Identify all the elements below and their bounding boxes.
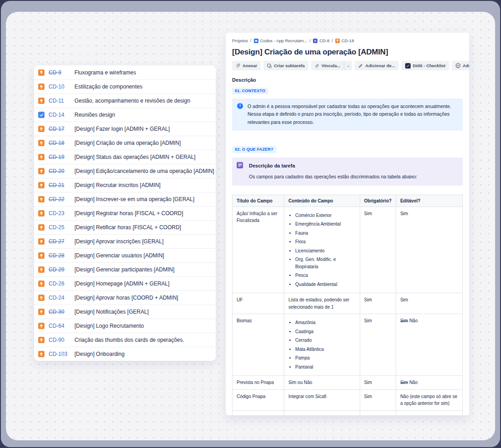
table-list-item: Caatinga (295, 328, 355, 335)
link-icon (315, 64, 319, 68)
issue-key-link[interactable]: CD-30 (49, 309, 71, 315)
issue-key-link[interactable]: CD-26 (49, 281, 71, 287)
issue-key-link[interactable]: CD-103 (49, 351, 71, 357)
issue-key-link[interactable]: CD-22 (49, 196, 71, 202)
cell-text: Não (400, 415, 408, 415)
field-content-cell: Integrar com Sicafi (284, 410, 360, 415)
issue-summary: [Design] Homepage [ADMIN + GERAL] (74, 281, 169, 287)
field-content-cell: AmazôniaCaatingaCerradoMata AtlânticaPam… (284, 314, 360, 376)
field-title-cell: Biomas (233, 314, 284, 376)
issue-key-link[interactable]: CD-11 (49, 98, 71, 104)
vincula-button[interactable]: Vincula... (311, 61, 344, 70)
task-icon (38, 98, 45, 104)
button-label: Add Tempo to plan and track time (463, 63, 469, 68)
add-tempo-to-plan-and-track-time-button[interactable]: Add Tempo to plan and track time (452, 61, 469, 70)
criar-subtarefa-button[interactable]: Criar subtarefa (263, 61, 308, 70)
issue-key-link[interactable]: CD-14 (49, 112, 71, 118)
table-list-item: Licenciamento (295, 247, 355, 255)
task-row-cd-21[interactable]: CD-21[Design] Recrutar inscritos [ADMIN] (34, 178, 216, 192)
toolbar: AnexarCriar subtarefaVincula...⌄Adiciona… (232, 61, 463, 70)
field-title-cell: UF (233, 293, 284, 314)
breadcrumb-link[interactable]: CD-18 (335, 38, 354, 43)
task-row-cd-22[interactable]: CD-22[Design] Inscrever-se em uma operaç… (34, 192, 216, 206)
task-row-cd-29[interactable]: CD-29[Design] Gerenciar participantes [A… (34, 262, 216, 276)
info-icon: i (237, 103, 243, 109)
field-editable-cell: Não (396, 410, 463, 415)
breadcrumb-label: Projetos (232, 38, 248, 43)
task-row-cd-64[interactable]: CD-64[Design] Logo Recrutamento (34, 319, 216, 333)
task-row-cd-11[interactable]: CD-11Gestão, acompanhamento e revisões d… (34, 94, 216, 108)
struck-text: Sim (400, 380, 408, 385)
task-icon (38, 154, 45, 160)
field-content-cell: Comércio ExteriorEmergência AmbientalFau… (284, 207, 360, 293)
breadcrumb-label: Codex - App Recrutam... (260, 38, 308, 43)
issue-key-link[interactable]: CD-20 (49, 168, 71, 174)
breadcrumb-link[interactable]: CD-8 (313, 38, 329, 43)
task-row-cd-18[interactable]: CD-18[Design] Criação de uma operação [A… (34, 136, 216, 150)
issue-key-link[interactable]: CD-19 (49, 154, 71, 160)
didit-icon (405, 63, 411, 69)
task-row-cd-17[interactable]: CD-17[Design] Fazer login [ADMIN + GERAL… (34, 122, 216, 136)
document-icon (237, 162, 243, 168)
task-row-cd-27[interactable]: CD-27[Design] Aprovar inscrições [GERAL] (34, 234, 216, 248)
task-row-cd-26[interactable]: CD-26[Design] Homepage [ADMIN + GERAL] (34, 276, 216, 290)
task-icon (38, 182, 45, 188)
task-row-cd-28[interactable]: CD-28[Design] Gerenciar usuários [ADMIN] (34, 248, 216, 262)
issue-key-link[interactable]: CD-17 (49, 126, 71, 132)
cell-text: Não (409, 380, 417, 385)
tempo-check-icon (456, 63, 461, 68)
issue-key-link[interactable]: CD-23 (49, 210, 71, 217)
issue-key-link[interactable]: CD-90 (49, 337, 71, 343)
task-row-cd-14[interactable]: CD-14Reuniões design (34, 108, 216, 122)
issue-key-link[interactable]: CD-10 (49, 84, 71, 90)
create-subtask-icon (267, 64, 272, 68)
task-row-cd-19[interactable]: CD-19[Design] Status das operações [ADMI… (34, 150, 216, 164)
didit-checklist-button[interactable]: Didit - Checklist (402, 61, 449, 70)
task-row-cd-90[interactable]: CD-90Criação das thumbs dos cards de ope… (34, 333, 216, 347)
task-row-cd-9[interactable]: CD-9Fluxograma e wireframes (34, 65, 216, 79)
issue-summary: Gestão, acompanhamento e revisões de des… (74, 98, 190, 104)
table-list-item: Qualidade Ambiental (295, 281, 355, 288)
button-label: Adicionar de... (365, 63, 395, 68)
field-title-cell: Código Pnapa (233, 389, 284, 410)
split-button-group: Vincula...⌄ (311, 61, 352, 70)
issue-icon (335, 39, 340, 43)
task-icon (38, 238, 45, 245)
task-row-cd-24[interactable]: CD-24[Design] Aprovar horas [COORD + ADM… (34, 290, 216, 305)
issue-key-link[interactable]: CD-25 (49, 224, 71, 231)
task-row-cd-20[interactable]: CD-20[Design] Edição/cancelamento de uma… (34, 164, 216, 178)
adicionar-de-button[interactable]: Adicionar de... (355, 61, 398, 70)
cell-text: Integrar com Sicafi (288, 415, 326, 415)
task-row-cd-103[interactable]: CD-103[Design] Onboarding (34, 347, 216, 361)
breadcrumb-link[interactable]: Codex - App Recrutam... (254, 38, 308, 43)
issue-summary: Estilização de componentes (74, 84, 142, 90)
task-row-cd-10[interactable]: CD-10Estilização de componentes (34, 79, 216, 94)
task-row-cd-23[interactable]: CD-23[Design] Registrar horas [FISCAL + … (34, 206, 216, 220)
table-row: Ação/ Infração a ser FiscalizadaComércio… (233, 207, 463, 293)
field-title-cell: Nome da Operação (233, 410, 284, 415)
context-badge: 01. CONTEXTO (232, 88, 268, 94)
issue-key-link[interactable]: CD-24 (49, 295, 71, 301)
issue-key-link[interactable]: CD-21 (49, 182, 71, 188)
table-list-item: Pantanal (295, 364, 355, 371)
task-icon (38, 224, 45, 231)
breadcrumb-link[interactable]: Projetos (232, 38, 248, 43)
issue-key-link[interactable]: CD-64 (49, 323, 71, 329)
issue-key-link[interactable]: CD-28 (49, 252, 71, 259)
field-content-cell: Sim ou Não (284, 376, 360, 390)
task-row-cd-30[interactable]: CD-30[Design] Notificações [GERAL] (34, 305, 216, 319)
task-icon (38, 351, 45, 357)
issue-key-link[interactable]: CD-9 (49, 69, 71, 76)
table-row: Nome da OperaçãoIntegrar com SicafiSimNã… (233, 410, 463, 415)
field-title-cell: Prevista no Pnapa (233, 376, 284, 390)
table-row: Prevista no PnapaSim ou NãoSimSim Não (233, 376, 463, 390)
issue-key-link[interactable]: CD-27 (49, 238, 71, 245)
chevron-down-icon[interactable]: ⌄ (344, 61, 352, 70)
issue-key-link[interactable]: CD-18 (49, 140, 71, 146)
task-panel-text: Os campos para cadastro das operações es… (249, 173, 457, 181)
anexar-button[interactable]: Anexar (232, 61, 261, 70)
issue-key-link[interactable]: CD-29 (49, 266, 71, 273)
field-editable-cell: Sim Não (396, 314, 463, 376)
task-row-cd-25[interactable]: CD-25[Design] Retificar horas [FISCAL + … (34, 220, 216, 234)
task-icon (38, 210, 45, 217)
